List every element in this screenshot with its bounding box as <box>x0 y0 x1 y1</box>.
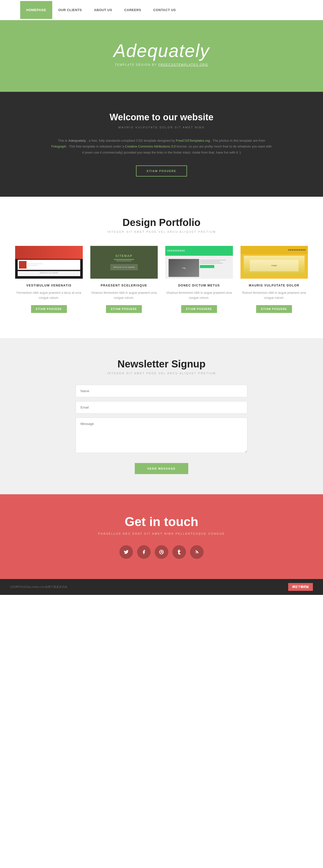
twitter-icon[interactable] <box>119 545 133 559</box>
svg-point-1 <box>195 553 196 554</box>
dribbble-icon[interactable] <box>155 545 168 559</box>
facebook-icon[interactable] <box>137 545 151 559</box>
portfolio-item-1-desc: Fermentum nibh augue praesent a lacus at… <box>15 290 83 301</box>
welcome-cta-button[interactable]: ETIAM POSUERE <box>136 165 187 177</box>
send-message-button[interactable]: SEND MESSAGE <box>135 463 188 474</box>
welcome-section: Welcome to our website MAURIS VULPUTATE … <box>0 92 323 197</box>
portfolio-item-2-title: PRAESENT SCELERISQUE <box>90 284 158 287</box>
hero-subtitle: TEMPLATE DESIGN BY FREECSSTEMPLATES.ORG <box>10 63 313 67</box>
portfolio-thumb-3: XXXXXXXXXX img <box>165 246 233 279</box>
rss-icon[interactable] <box>190 545 204 559</box>
portfolio-section: Design Portfolio INTEGER SIT AMET PEDE V… <box>0 197 323 338</box>
welcome-body: This is Adequately , a free, fully stand… <box>51 138 272 155</box>
portfolio-thumb-1: welcome to our website <box>15 246 83 279</box>
portfolio-item-3-desc: Vivamus fermentum nibh in augue praesent… <box>165 290 233 301</box>
portfolio-grid: welcome to our website VESTIBULUM VENENA… <box>15 246 308 313</box>
social-icons-container <box>10 545 313 559</box>
link-freecss[interactable]: FreeCSSTemplates.org <box>176 139 210 143</box>
portfolio-item-2: SITEMAP Welcome to our website PRAESENT … <box>90 246 158 313</box>
footer: 访问网号社区bbs.xielan.com免费下载更多内容 绑定下载吧板 <box>0 579 323 595</box>
portfolio-item-1: welcome to our website VESTIBULUM VENENA… <box>15 246 83 313</box>
portfolio-thumb-4: XXXXXXXXXX image <box>240 246 308 279</box>
nav-item-careers[interactable]: CAREERS <box>118 1 147 19</box>
hero-title: Adequately <box>10 40 313 61</box>
portfolio-item-3: XXXXXXXXXX img DONEC DICTUM METUS Vivamu… <box>165 246 233 313</box>
hero-subtitle-link[interactable]: FREECSSTEMPLATES.ORG <box>158 63 208 67</box>
portfolio-heading: Design Portfolio <box>15 217 308 228</box>
name-input[interactable] <box>76 385 247 397</box>
contact-tagline: PHASELLUS NEC ERAT SIT AMET NIBH PELLENT… <box>10 532 313 535</box>
portfolio-item-4-desc: Rutrum fermentum nibh in augue praesent … <box>240 290 308 301</box>
portfolio-item-2-btn[interactable]: ETIAM POSUERE <box>106 305 142 313</box>
portfolio-thumb-2: SITEMAP Welcome to our website <box>90 246 158 279</box>
welcome-tagline: MAURIS VULPUTATE DOLOR SIT AMET NIBH <box>51 125 272 130</box>
navbar: HOMEPAGE OUR CLIENTS ABOUT US CAREERS CO… <box>0 0 323 20</box>
nav-item-homepage[interactable]: HOMEPAGE <box>20 1 52 19</box>
email-input[interactable] <box>76 401 247 413</box>
message-input[interactable] <box>76 417 247 453</box>
message-field-group <box>76 417 247 454</box>
welcome-heading: Welcome to our website <box>51 112 272 123</box>
portfolio-item-1-title: VESTIBULUM VENENATIS <box>15 284 83 287</box>
email-field-group <box>76 401 247 413</box>
nav-item-about-us[interactable]: ABOUT US <box>88 1 118 19</box>
nav-link-about-us[interactable]: ABOUT US <box>88 1 118 19</box>
contact-section: Get in touch PHASELLUS NEC ERAT SIT AMET… <box>0 494 323 579</box>
newsletter-heading: Newsletter Signup <box>76 358 247 370</box>
nav-item-our-clients[interactable]: OUR CLIENTS <box>52 1 88 19</box>
nav-link-homepage[interactable]: HOMEPAGE <box>20 1 52 19</box>
nav-link-contact-us[interactable]: CONTACT US <box>147 1 182 19</box>
portfolio-item-3-btn[interactable]: ETIAM POSUERE <box>181 305 217 313</box>
link-creative-commons[interactable]: Creative Commons Attributions 3.0 <box>125 145 176 148</box>
tumblr-icon[interactable] <box>172 545 186 559</box>
portfolio-item-3-title: DONEC DICTUM METUS <box>165 284 233 287</box>
link-fotograph[interactable]: Fotograph <box>51 145 66 148</box>
portfolio-tagline: INTEGER SIT AMET PEDE VEL ARCU ALIQUET P… <box>15 230 308 233</box>
newsletter-tagline: INTEGER SIT AMET PEDE VEL ARCU ALIQUET P… <box>76 372 247 375</box>
contact-heading: Get in touch <box>10 515 313 529</box>
footer-download-button[interactable]: 绑定下载吧板 <box>288 583 313 591</box>
nav-links: HOMEPAGE OUR CLIENTS ABOUT US CAREERS CO… <box>20 1 182 19</box>
nav-link-our-clients[interactable]: OUR CLIENTS <box>52 1 88 19</box>
portfolio-item-4-btn[interactable]: ETIAM POSUERE <box>256 305 292 313</box>
portfolio-item-4-title: MAURIS VULPUTATE DOLOR <box>240 284 308 287</box>
nav-item-contact-us[interactable]: CONTACT US <box>147 1 182 19</box>
nav-link-careers[interactable]: CAREERS <box>118 1 147 19</box>
hero-section: Adequately TEMPLATE DESIGN BY FREECSSTEM… <box>0 20 323 92</box>
portfolio-item-4: XXXXXXXXXX image MAURIS VULPUTATE DOLOR … <box>240 246 308 313</box>
portfolio-item-1-btn[interactable]: ETIAM POSUERE <box>31 305 67 313</box>
portfolio-item-2-desc: Vivamus fermentum nibh in augue praesent… <box>90 290 158 301</box>
newsletter-section: Newsletter Signup INTEGER SIT AMET PEDE … <box>0 338 323 494</box>
footer-text: 访问网号社区bbs.xielan.com免费下载更多内容 <box>10 585 67 589</box>
name-field-group <box>76 385 247 397</box>
